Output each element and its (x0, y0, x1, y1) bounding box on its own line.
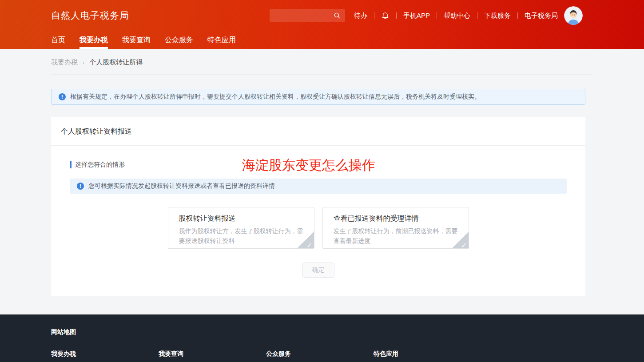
top-notice-text: 根据有关规定，在办理个人股权转让所得申报时，需要提交个人股权转让相关资料，股权受… (70, 93, 481, 101)
footer-col-public-service: 公众服务 票证查验 (266, 350, 374, 362)
divider (396, 12, 397, 19)
option-description: 发生了股权转让行为，前期已报送资料，需要查看最新进度 (334, 227, 458, 246)
breadcrumb-current: 个人股权转让所得 (89, 58, 143, 67)
inner-notice-text: 您可根据实际情况发起股权转让资料报送或者查看已报送的资料详情 (88, 182, 275, 190)
option-title: 股权转让资料报送 (179, 214, 303, 223)
divider (477, 12, 477, 19)
tab-home[interactable]: 首页 (51, 31, 65, 49)
checkmark-corner-icon (297, 231, 314, 248)
footer-col-header: 特色应用 (374, 350, 481, 358)
footer-col-header: 我要办税 (51, 350, 159, 358)
annotation-overlay-text: 海淀股东变更怎么操作 (242, 156, 375, 175)
sitemap-title: 网站地图 (51, 328, 644, 336)
option-title: 查看已报送资料的受理详情 (334, 214, 458, 223)
options-row: 股权转让资料报送 我作为股权转让方，发生了股权转让行为，需要报送股权转让资料 查… (70, 207, 567, 249)
chevron-right-icon: › (83, 59, 84, 66)
checkmark-corner-icon (452, 231, 469, 248)
header-top-row: 自然人电子税务局 待办 手机APP 帮助中心 下载服务 (0, 0, 644, 31)
app-header: 自然人电子税务局 待办 手机APP 帮助中心 下载服务 (0, 0, 644, 49)
tab-featured-apps[interactable]: 特色应用 (207, 31, 236, 49)
footer-columns: 我要办税 专项附加扣除填报 我要查询 申报信息查询 公众服务 票证查验 特色应用 (51, 350, 644, 362)
header-links: 待办 手机APP 帮助中心 下载服务 电子税务局 (354, 11, 558, 20)
site-footer: 网站地图 我要办税 专项附加扣除填报 我要查询 申报信息查询 公众服务 票证查验… (0, 314, 644, 362)
option-description: 我作为股权转让方，发生了股权转让行为，需要报送股权转让资料 (179, 227, 303, 246)
main-panel: 个人股权转让资料报送 选择您符合的情形 海淀股东变更怎么操作 ! 您可根据实际情… (51, 117, 585, 296)
tab-inquiry[interactable]: 我要查询 (122, 31, 151, 49)
breadcrumb-parent[interactable]: 我要办税 (51, 58, 78, 67)
site-logo: 自然人电子税务局 (51, 9, 129, 22)
user-avatar[interactable] (564, 6, 583, 25)
main-nav: 首页 我要办税 我要查询 公众服务 特色应用 (0, 31, 644, 49)
section-accent-bar (70, 161, 72, 168)
inner-notice-banner: ! 您可根据实际情况发起股权转让资料报送或者查看已报送的资料详情 (70, 179, 567, 194)
search-icon[interactable] (333, 12, 341, 20)
option-submit-materials[interactable]: 股权转让资料报送 我作为股权转让方，发生了股权转让行为，需要报送股权转让资料 (168, 207, 314, 249)
confirm-button[interactable]: 确定 (302, 263, 334, 278)
option-view-progress[interactable]: 查看已报送资料的受理详情 发生了股权转让行为，前期已报送资料，需要查看最新进度 (322, 207, 469, 249)
bell-icon[interactable] (381, 11, 390, 20)
search-box[interactable] (270, 9, 345, 22)
confirm-row: 确定 (70, 263, 567, 278)
tab-public-service[interactable]: 公众服务 (165, 31, 193, 49)
panel-body: 选择您符合的情形 海淀股东变更怎么操作 ! 您可根据实际情况发起股权转让资料报送… (51, 146, 585, 296)
footer-col-header: 我要查询 (159, 350, 266, 358)
todo-link[interactable]: 待办 (354, 12, 367, 20)
info-icon: ! (77, 183, 84, 190)
panel-title: 个人股权转让资料报送 (51, 117, 585, 146)
mobile-app-link[interactable]: 手机APP (403, 12, 430, 20)
info-icon: ! (59, 93, 66, 100)
top-notice-banner: ! 根据有关规定，在办理个人股权转让所得申报时，需要提交个人股权转让相关资料，股… (51, 89, 585, 105)
divider (437, 12, 437, 19)
footer-col-header: 公众服务 (266, 350, 374, 358)
breadcrumb: 我要办税 › 个人股权转让所得 (51, 49, 593, 75)
section-heading-text: 选择您符合的情形 (75, 161, 125, 169)
footer-col-featured-apps: 特色应用 (374, 350, 481, 362)
footer-col-tax-handling: 我要办税 专项附加扣除填报 (51, 350, 159, 362)
download-service-link[interactable]: 下载服务 (484, 12, 511, 20)
search-input[interactable] (275, 12, 333, 19)
footer-col-inquiry: 我要查询 申报信息查询 (159, 350, 266, 362)
etax-bureau-link[interactable]: 电子税务局 (525, 12, 558, 20)
tab-tax-handling[interactable]: 我要办税 (80, 31, 108, 49)
divider (517, 12, 518, 19)
divider (374, 12, 374, 19)
help-center-link[interactable]: 帮助中心 (444, 12, 470, 20)
